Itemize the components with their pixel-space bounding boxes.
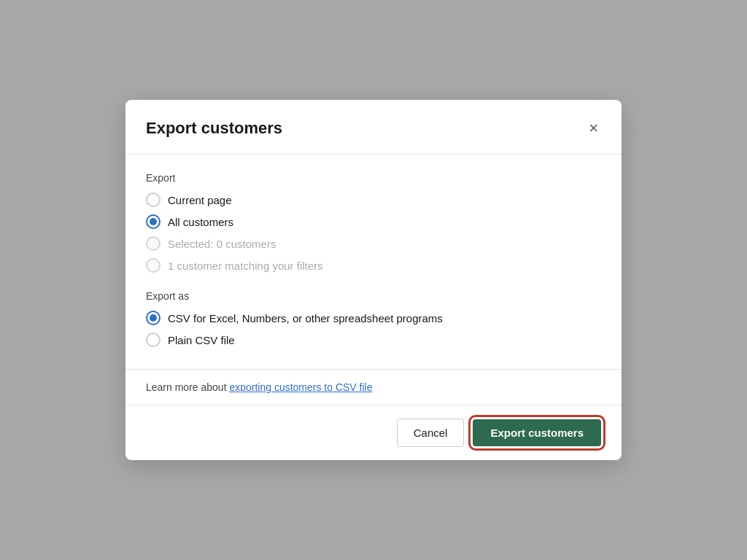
export-as-section-label: Export as: [146, 290, 601, 302]
radio-selected: [146, 236, 160, 251]
export-customers-dialog: Export customers × Export Current page A…: [125, 100, 622, 460]
export-option-matching-filters: 1 customer matching your filters: [146, 258, 601, 273]
dialog-title: Export customers: [146, 119, 282, 138]
radio-csv-excel[interactable]: [146, 311, 160, 325]
dialog-overlay: Export customers × Export Current page A…: [0, 0, 747, 560]
export-as-option-plain-csv-label: Plain CSV file: [168, 334, 235, 346]
export-section-label: Export: [146, 172, 601, 184]
radio-plain-csv[interactable]: [146, 332, 160, 347]
close-button[interactable]: ×: [586, 117, 601, 139]
export-option-all-customers[interactable]: All customers: [146, 214, 601, 229]
export-as-option-plain-csv[interactable]: Plain CSV file: [146, 332, 601, 347]
export-as-radio-group: CSV for Excel, Numbers, or other spreads…: [146, 311, 601, 347]
dialog-body: Export Current page All customers Select…: [125, 155, 622, 369]
export-as-option-csv-excel-label: CSV for Excel, Numbers, or other spreads…: [168, 312, 443, 324]
export-radio-group: Current page All customers Selected: 0 c…: [146, 192, 601, 273]
export-option-selected: Selected: 0 customers: [146, 236, 601, 251]
learn-more-prefix: Learn more about: [146, 381, 229, 393]
radio-all-customers[interactable]: [146, 214, 160, 229]
export-as-option-csv-excel[interactable]: CSV for Excel, Numbers, or other spreads…: [146, 311, 601, 325]
export-option-all-customers-label: All customers: [168, 216, 233, 228]
dialog-footer: Cancel Export customers: [125, 405, 622, 460]
export-customers-button[interactable]: Export customers: [473, 419, 601, 446]
export-option-current-page-label: Current page: [168, 194, 232, 206]
learn-more-section: Learn more about exporting customers to …: [125, 369, 622, 405]
radio-current-page[interactable]: [146, 192, 160, 207]
export-option-current-page[interactable]: Current page: [146, 192, 601, 207]
export-option-selected-label: Selected: 0 customers: [168, 238, 276, 250]
dialog-header: Export customers ×: [125, 100, 622, 155]
learn-more-link[interactable]: exporting customers to CSV file: [229, 381, 372, 393]
radio-matching-filters: [146, 258, 160, 273]
export-option-matching-filters-label: 1 customer matching your filters: [168, 260, 323, 272]
cancel-button[interactable]: Cancel: [397, 419, 465, 447]
